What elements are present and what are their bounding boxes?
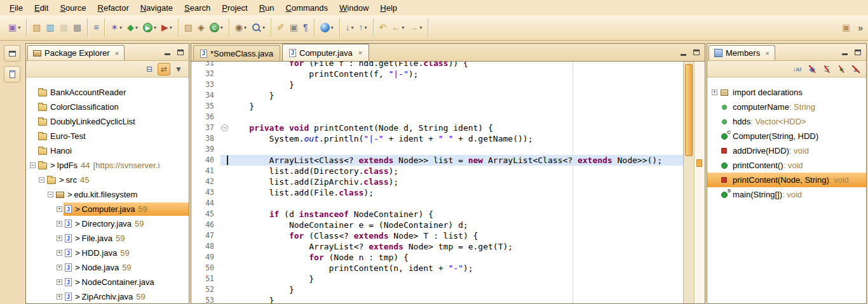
line-number[interactable]: 38 <box>191 133 220 144</box>
restore-view-icon[interactable] <box>4 45 20 62</box>
close-tab-icon[interactable]: × <box>358 49 362 56</box>
scrollbar-thumb[interactable] <box>685 64 693 156</box>
expand-icon[interactable]: + <box>712 89 717 95</box>
fold-collapse-icon[interactable]: − <box>221 124 228 131</box>
line-number[interactable]: 35 <box>191 101 220 112</box>
line-number[interactable]: 48 <box>191 241 220 252</box>
code-line-42[interactable]: 42 list.add(ZipArchiv.class); <box>191 176 683 187</box>
breakpoints-icon[interactable]: ≡ <box>91 21 101 34</box>
code-line-37[interactable]: 37− private void printContent(Node d, St… <box>191 122 683 133</box>
code-line-53[interactable]: 53 } <box>191 295 683 303</box>
line-number[interactable]: 49 <box>191 252 220 263</box>
last-edit-icon[interactable]: ✐ <box>275 21 287 34</box>
tree-item-directory-java[interactable]: +J> Directory.java59 <box>26 216 189 231</box>
expand-icon[interactable]: + <box>57 235 62 241</box>
tree-item-doublylinkedcycliclist[interactable]: DoublyLinkedCyclicList <box>26 114 189 129</box>
tree-item-computer-java[interactable]: +J> Computer.java59 <box>26 202 189 216</box>
prev-annotation-icon[interactable]: ↑▾ <box>356 21 370 34</box>
tree-item-ipdfs[interactable]: −> IpdFs44[https://svnserver.i <box>26 158 189 173</box>
tree-item-node-java[interactable]: +J> Node.java59 <box>26 260 189 275</box>
code-editor[interactable]: 31 for (File f : hdd.get(File.class)) {3… <box>191 62 705 303</box>
tree-item-nodecontainer-java[interactable]: +J> NodeContainer.java <box>26 275 189 289</box>
back-icon[interactable]: ←▾ <box>389 21 407 34</box>
code-line-49[interactable]: 49 for (Node n : tmp) { <box>191 252 683 263</box>
line-number[interactable]: 46 <box>191 220 220 230</box>
close-view-icon[interactable]: × <box>115 50 119 57</box>
line-number[interactable]: 32 <box>191 69 220 79</box>
line-number[interactable]: 50 <box>191 263 220 274</box>
save-icon[interactable]: ▦ <box>57 21 71 34</box>
line-number[interactable]: 51 <box>191 274 220 284</box>
forward-icon[interactable]: →▾ <box>407 21 424 34</box>
code-line-47[interactable]: 47 for (Class<? extends Node> T : list) … <box>191 230 683 241</box>
code-line-41[interactable]: 41 list.add(Directory.class); <box>191 166 683 176</box>
overview-marker[interactable] <box>696 159 702 167</box>
menu-project[interactable]: Project <box>216 1 253 15</box>
close-view-icon[interactable]: × <box>765 50 769 57</box>
build-icon[interactable]: ✶▾ <box>108 21 125 34</box>
line-number[interactable]: 53 <box>191 295 220 303</box>
expand-icon[interactable]: + <box>57 206 62 212</box>
member-hdds[interactable]: hdds : Vector<HDD> <box>707 114 866 129</box>
hide-local-types-icon[interactable]: ▲ <box>850 63 862 76</box>
code-line-31[interactable]: 31 for (File f : hdd.get(File.class)) { <box>191 62 683 69</box>
show-whitespace-icon[interactable]: ¶ <box>301 21 311 34</box>
debug-icon[interactable]: ◆▾ <box>125 21 140 34</box>
new-wizard-icon[interactable]: ▣▾ <box>6 21 23 34</box>
line-number[interactable]: 52 <box>191 284 220 295</box>
minimize-view-button[interactable] <box>162 47 172 57</box>
new-class-icon[interactable]: C▾ <box>207 21 226 34</box>
code-line-46[interactable]: 46 NodeContainer e = (NodeContainer) d; <box>191 220 683 230</box>
collapse-icon[interactable]: − <box>48 192 53 197</box>
hide-static-icon[interactable]: S <box>820 63 833 76</box>
link-with-editor-icon[interactable]: ⇄ <box>158 63 170 76</box>
collapse-icon[interactable]: − <box>39 177 44 183</box>
menu-commands[interactable]: Commands <box>280 1 334 15</box>
tab-computer-java[interactable]: J Computer.java × <box>282 44 369 61</box>
search-icon[interactable]: ▾ <box>249 21 268 34</box>
next-annotation-icon[interactable]: ↓▾ <box>343 21 356 34</box>
tree-item-file-java[interactable]: +J> File.java59 <box>26 231 189 246</box>
code-line-44[interactable]: 44 <box>191 198 683 209</box>
menu-run[interactable]: Run <box>254 1 280 15</box>
member-adddrive-hdd[interactable]: addDrive(HDD) : void <box>707 143 866 158</box>
tree-item-hdd-java[interactable]: +J> HDD.java59 <box>26 246 189 260</box>
line-number[interactable]: 41 <box>191 166 220 176</box>
print-icon[interactable]: ▩ <box>71 21 84 34</box>
code-line-33[interactable]: 33 } <box>191 79 683 90</box>
pin-editor-icon[interactable]: ▣ <box>839 21 853 34</box>
line-number[interactable]: 34 <box>191 90 220 101</box>
package-explorer-tab[interactable]: Package Explorer × <box>27 45 125 60</box>
code-line-50[interactable]: 50 printContent(n, ident + "-"); <box>191 263 683 274</box>
minimize-editor-button[interactable] <box>678 48 688 58</box>
expand-icon[interactable]: + <box>57 294 62 300</box>
collapse-icon[interactable]: − <box>30 162 36 168</box>
menu-search[interactable]: Search <box>179 1 216 15</box>
tree-item-euro-test[interactable]: Euro-Test <box>26 129 189 143</box>
members-tab[interactable]: Members × <box>709 45 775 60</box>
code-line-45[interactable]: 45 if (d instanceof NodeContainer) { <box>191 209 683 220</box>
minimized-editor-icon[interactable] <box>4 66 20 83</box>
block-selection-icon[interactable]: ▣ <box>287 21 301 34</box>
hide-fields-icon[interactable]: ◆ <box>806 63 818 76</box>
new-java-project-icon[interactable]: ▧ <box>182 21 195 34</box>
code-line-39[interactable]: 39 <box>191 144 683 155</box>
sort-icon[interactable]: ↓az <box>791 63 804 76</box>
code-line-32[interactable]: 32 printContent(f, "|-"); <box>191 69 683 79</box>
menu-file[interactable]: File <box>4 1 29 15</box>
code-line-38[interactable]: 38 System.out.println("|-" + ident + " "… <box>191 133 683 144</box>
menu-navigate[interactable]: Navigate <box>135 1 179 15</box>
menu-window[interactable]: Window <box>334 1 374 15</box>
view-menu-icon[interactable]: ▼ <box>172 63 185 76</box>
code-line-52[interactable]: 52 } <box>191 284 683 295</box>
editor-scrollbar[interactable] <box>683 62 694 303</box>
collapse-all-icon[interactable]: ⊟ <box>143 63 156 76</box>
tab-someclass-java[interactable]: J *SomeClass.java <box>193 45 280 61</box>
hide-non-public-icon[interactable]: ● <box>835 63 848 76</box>
line-number[interactable]: 43 <box>191 187 220 198</box>
new-folder-icon[interactable]: ▧ <box>30 21 43 34</box>
tree-item-ziparchiv-java[interactable]: +J> ZipArchiv.java59 <box>26 289 189 303</box>
member-printcontent[interactable]: printContent() : void <box>707 158 866 173</box>
coverage-icon[interactable]: ◉▾ <box>233 21 249 34</box>
member-import-declarations[interactable]: +import declarations <box>707 85 866 100</box>
